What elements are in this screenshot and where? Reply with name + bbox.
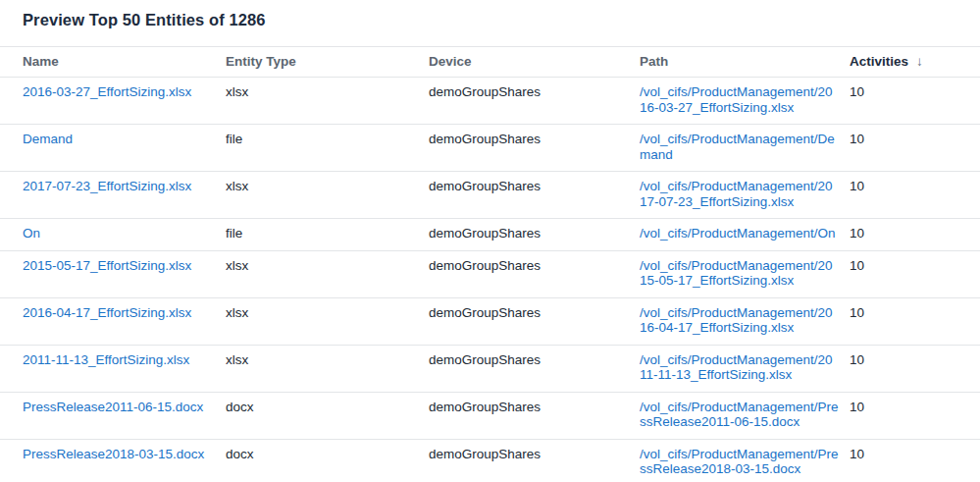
cell-device: demoGroupShares <box>429 125 640 172</box>
column-header-name[interactable]: Name <box>0 47 226 78</box>
device-value: demoGroupShares <box>429 258 541 273</box>
activities-value: 10 <box>850 447 864 461</box>
cell-name: 2017-07-23_EffortSizing.xlsx <box>0 172 226 219</box>
cell-device: demoGroupShares <box>429 172 640 219</box>
cell-device: demoGroupShares <box>429 219 640 251</box>
entity-name-link[interactable]: On <box>23 226 40 241</box>
cell-path: /vol_cifs/ProductManagement/2011-11-13_E… <box>640 345 850 392</box>
entity-name-link[interactable]: PressRelease2018-03-15.docx <box>23 447 204 461</box>
entities-table: NameEntity TypeDevicePathActivities↓ 201… <box>0 46 980 482</box>
entity-name-link[interactable]: 2016-04-17_EffortSizing.xlsx <box>23 305 191 320</box>
entity-name-link[interactable]: Demand <box>23 132 73 146</box>
cell-device: demoGroupShares <box>429 297 640 345</box>
cell-entity-type: file <box>226 125 429 172</box>
column-header-label: Name <box>23 54 59 69</box>
activities-value: 10 <box>850 132 864 146</box>
column-header-label: Device <box>429 54 472 69</box>
table-row: 2015-05-17_EffortSizing.xlsxxlsxdemoGrou… <box>0 250 980 297</box>
entity-name-link[interactable]: PressRelease2011-06-15.docx <box>23 400 203 414</box>
entity-path-link[interactable]: /vol_cifs/ProductManagement/2011-11-13_E… <box>640 352 839 383</box>
device-value: demoGroupShares <box>429 447 541 461</box>
cell-entity-type: xlsx <box>226 297 429 345</box>
cell-path: /vol_cifs/ProductManagement/2015-05-17_E… <box>640 250 850 297</box>
cell-activities: 10 <box>850 345 980 392</box>
cell-entity-type: file <box>226 219 429 251</box>
cell-name: 2011-11-13_EffortSizing.xlsx <box>0 345 226 392</box>
entity-name-link[interactable]: 2016-03-27_EffortSizing.xlsx <box>23 84 191 99</box>
cell-path: /vol_cifs/ProductManagement/PressRelease… <box>640 392 850 439</box>
column-header-path[interactable]: Path <box>640 47 850 78</box>
cell-device: demoGroupShares <box>429 345 640 392</box>
cell-entity-type: docx <box>226 392 429 439</box>
column-header-label: Path <box>640 54 668 69</box>
device-value: demoGroupShares <box>429 352 541 367</box>
cell-activities: 10 <box>850 439 980 482</box>
table-row: OnfiledemoGroupShares/vol_cifs/ProductMa… <box>0 219 980 251</box>
cell-activities: 10 <box>850 297 980 345</box>
entity-path-link[interactable]: /vol_cifs/ProductManagement/2016-03-27_E… <box>640 84 839 115</box>
device-value: demoGroupShares <box>429 400 541 414</box>
entity-name-link[interactable]: 2017-07-23_EffortSizing.xlsx <box>23 179 191 193</box>
column-header-label: Entity Type <box>226 54 296 69</box>
cell-activities: 10 <box>850 125 980 172</box>
activities-value: 10 <box>850 179 864 193</box>
entity-path-link[interactable]: /vol_cifs/ProductManagement/2015-05-17_E… <box>640 258 839 289</box>
activities-value: 10 <box>850 352 864 367</box>
cell-entity-type: xlsx <box>226 250 429 297</box>
cell-entity-type: xlsx <box>226 172 429 219</box>
cell-name: PressRelease2011-06-15.docx <box>0 392 226 439</box>
cell-path: /vol_cifs/ProductManagement/2016-04-17_E… <box>640 297 850 345</box>
device-value: demoGroupShares <box>429 179 541 193</box>
table-row: 2011-11-13_EffortSizing.xlsxxlsxdemoGrou… <box>0 345 980 392</box>
cell-entity-type: xlsx <box>226 345 429 392</box>
cell-activities: 10 <box>850 250 980 297</box>
device-value: demoGroupShares <box>429 132 541 146</box>
activities-value: 10 <box>850 258 864 273</box>
column-header-device[interactable]: Device <box>429 47 640 78</box>
cell-activities: 10 <box>850 392 980 439</box>
cell-name: Demand <box>0 125 226 172</box>
cell-device: demoGroupShares <box>429 78 640 125</box>
cell-path: /vol_cifs/ProductManagement/On <box>640 219 850 251</box>
device-value: demoGroupShares <box>429 305 541 320</box>
device-value: demoGroupShares <box>429 84 541 99</box>
table-row: 2016-04-17_EffortSizing.xlsxxlsxdemoGrou… <box>0 297 980 345</box>
entity-type-value: xlsx <box>226 179 248 193</box>
entity-type-value: xlsx <box>226 84 248 99</box>
cell-device: demoGroupShares <box>429 250 640 297</box>
cell-activities: 10 <box>850 78 980 125</box>
cell-path: /vol_cifs/ProductManagement/PressRelease… <box>640 439 850 482</box>
entity-path-link[interactable]: /vol_cifs/ProductManagement/2016-04-17_E… <box>640 305 839 336</box>
cell-entity-type: docx <box>226 439 429 482</box>
cell-device: demoGroupShares <box>429 439 640 482</box>
entity-path-link[interactable]: /vol_cifs/ProductManagement/PressRelease… <box>640 447 839 477</box>
column-header-entity-type[interactable]: Entity Type <box>226 47 429 78</box>
column-header-activities[interactable]: Activities↓ <box>850 47 980 78</box>
cell-entity-type: xlsx <box>226 78 429 125</box>
table-row: PressRelease2018-03-15.docxdocxdemoGroup… <box>0 439 980 482</box>
activities-value: 10 <box>850 226 864 241</box>
entity-type-value: xlsx <box>226 305 248 320</box>
activities-value: 10 <box>850 305 864 320</box>
cell-device: demoGroupShares <box>429 392 640 439</box>
entity-name-link[interactable]: 2015-05-17_EffortSizing.xlsx <box>23 258 191 273</box>
cell-activities: 10 <box>850 172 980 219</box>
entity-type-value: file <box>226 132 242 146</box>
entity-type-value: xlsx <box>226 352 248 367</box>
cell-activities: 10 <box>850 219 980 251</box>
entity-name-link[interactable]: 2011-11-13_EffortSizing.xlsx <box>23 352 189 367</box>
table-header-row: NameEntity TypeDevicePathActivities↓ <box>0 47 980 78</box>
entity-type-value: xlsx <box>226 258 248 273</box>
entity-path-link[interactable]: /vol_cifs/ProductManagement/2017-07-23_E… <box>640 179 839 209</box>
entity-path-link[interactable]: /vol_cifs/ProductManagement/On <box>640 226 839 241</box>
table-row: DemandfiledemoGroupShares/vol_cifs/Produ… <box>0 125 980 172</box>
cell-name: 2016-03-27_EffortSizing.xlsx <box>0 78 226 125</box>
cell-path: /vol_cifs/ProductManagement/Demand <box>640 125 850 172</box>
cell-path: /vol_cifs/ProductManagement/2016-03-27_E… <box>640 78 850 125</box>
entity-path-link[interactable]: /vol_cifs/ProductManagement/PressRelease… <box>640 400 839 430</box>
entity-path-link[interactable]: /vol_cifs/ProductManagement/Demand <box>640 132 839 162</box>
sort-descending-icon: ↓ <box>916 54 923 70</box>
table-row: 2017-07-23_EffortSizing.xlsxxlsxdemoGrou… <box>0 172 980 219</box>
page-title: Preview Top 50 Entities of 1286 <box>23 10 980 29</box>
table-row: PressRelease2011-06-15.docxdocxdemoGroup… <box>0 392 980 439</box>
